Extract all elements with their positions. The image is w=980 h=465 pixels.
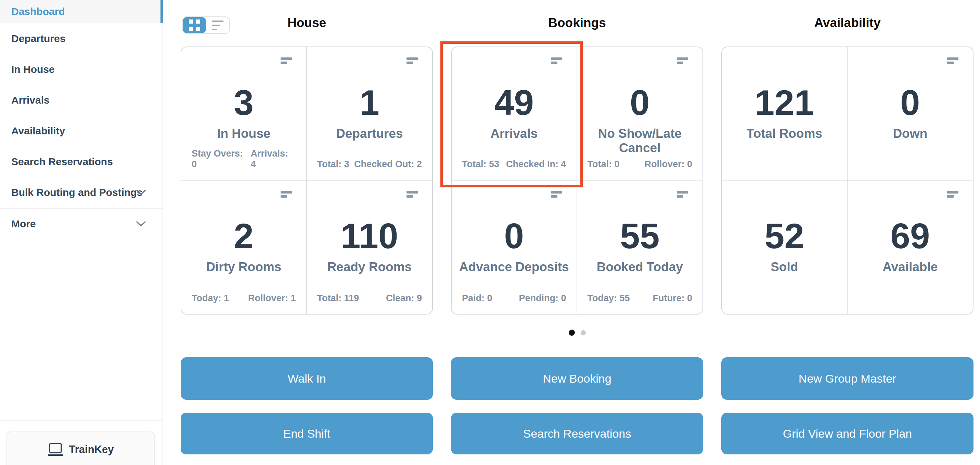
stat-tile-available[interactable]: 69 Available bbox=[848, 181, 973, 314]
tile-menu-icon[interactable] bbox=[281, 57, 292, 64]
sidebar-item-arrivals[interactable]: Arrivals bbox=[0, 85, 162, 116]
tile-menu-icon[interactable] bbox=[551, 57, 562, 64]
tile-stat-left: Today: 1 bbox=[192, 293, 229, 304]
tile-label: In House bbox=[217, 127, 270, 141]
walk-in-button[interactable]: Walk In bbox=[181, 357, 433, 400]
stat-tile-no-show-late-cancel[interactable]: 0 No Show/Late Cancel Total: 0 Rollover:… bbox=[577, 47, 703, 181]
trainkey-label: TrainKey bbox=[69, 443, 114, 460]
tile-stats: Stay Overs: 0 Arrivals: 4 bbox=[192, 148, 296, 170]
tile-menu-icon[interactable] bbox=[677, 57, 688, 64]
tile-stats: Today: 55 Future: 0 bbox=[587, 293, 692, 304]
tile-label: Available bbox=[883, 260, 937, 274]
tile-value: 0 bbox=[630, 85, 650, 121]
tile-menu-icon[interactable] bbox=[551, 191, 562, 198]
carousel-dot-active[interactable] bbox=[569, 330, 575, 336]
tile-label: Total Rooms bbox=[747, 127, 822, 141]
tile-value: 121 bbox=[754, 85, 814, 121]
tile-stats: Total: 0 Rollover: 0 bbox=[587, 159, 692, 170]
tile-label: Arrivals bbox=[490, 127, 538, 141]
sidebar-item-label: Search Reservations bbox=[11, 156, 113, 168]
tile-menu-icon[interactable] bbox=[407, 191, 418, 198]
tile-stat-right: Pending: 0 bbox=[519, 293, 566, 304]
tile-label: Down bbox=[893, 127, 927, 141]
stat-tile-in-house[interactable]: 3 In House Stay Overs: 0 Arrivals: 4 bbox=[181, 47, 307, 181]
sidebar-item-label: Bulk Routing and Postings bbox=[11, 187, 142, 198]
tile-stat-right: Arrivals: 4 bbox=[251, 148, 296, 170]
tile-value: 69 bbox=[890, 218, 930, 254]
tile-value: 55 bbox=[620, 218, 660, 254]
tile-stats: Total: 119 Clean: 9 bbox=[317, 293, 422, 304]
availability-section: 121 Total Rooms 0 Down 52 Sold 69 Availa… bbox=[721, 46, 974, 314]
stat-tile-ready-rooms[interactable]: 110 Ready Rooms Total: 119 Clean: 9 bbox=[307, 181, 433, 314]
new-group-master-button[interactable]: New Group Master bbox=[721, 357, 974, 400]
tile-stat-left: Total: 119 bbox=[317, 293, 359, 304]
tile-stat-right: Rollover: 0 bbox=[644, 159, 692, 170]
section-title-house: House bbox=[181, 16, 433, 30]
tile-value: 110 bbox=[341, 218, 398, 254]
tile-stat-right: Clean: 9 bbox=[386, 293, 422, 304]
stat-tile-arrivals[interactable]: 49 Arrivals Total: 53 Checked In: 4 bbox=[452, 47, 577, 181]
tile-stats: Total: 3 Checked Out: 2 bbox=[317, 159, 422, 170]
stat-tile-advance-deposits[interactable]: 0 Advance Deposits Paid: 0 Pending: 0 bbox=[452, 181, 577, 314]
tile-stat-left: Total: 53 bbox=[462, 159, 499, 170]
sidebar-item-more[interactable]: More bbox=[0, 209, 162, 239]
sidebar-item-in-house[interactable]: In House bbox=[0, 54, 162, 85]
chevron-down-icon bbox=[136, 221, 146, 227]
sidebar-item-search-reservations[interactable]: Search Reservations bbox=[0, 146, 162, 177]
sidebar-item-bulk-routing-and-postings[interactable]: Bulk Routing and Postings bbox=[0, 177, 162, 208]
tile-value: 2 bbox=[234, 218, 253, 254]
tile-stat-right: Rollover: 1 bbox=[248, 293, 296, 304]
sidebar-item-dashboard[interactable]: Dashboard bbox=[0, 0, 162, 23]
tile-menu-icon[interactable] bbox=[281, 191, 292, 198]
stat-tile-departures[interactable]: 1 Departures Total: 3 Checked Out: 2 bbox=[307, 47, 433, 181]
tile-menu-icon[interactable] bbox=[407, 57, 418, 64]
tile-menu-icon[interactable] bbox=[677, 191, 688, 198]
tile-value: 49 bbox=[494, 85, 534, 121]
tile-label: Dirty Rooms bbox=[206, 260, 281, 274]
tile-stats: Today: 1 Rollover: 1 bbox=[192, 293, 296, 304]
trainkey-button[interactable]: TrainKey bbox=[6, 432, 155, 465]
stat-tile-dirty-rooms[interactable]: 2 Dirty Rooms Today: 1 Rollover: 1 bbox=[181, 181, 307, 314]
tile-menu-icon[interactable] bbox=[947, 191, 958, 198]
stat-tile-sold[interactable]: 52 Sold bbox=[722, 181, 848, 314]
sidebar: Dashboard Departures In House Arrivals A… bbox=[0, 0, 163, 465]
bookings-section: 49 Arrivals Total: 53 Checked In: 4 0 No… bbox=[451, 46, 703, 314]
tile-label: Advance Deposits bbox=[459, 260, 569, 274]
tile-label: Departures bbox=[336, 127, 403, 141]
search-reservations-button[interactable]: Search Reservations bbox=[451, 413, 703, 454]
section-title-bookings: Bookings bbox=[451, 16, 703, 30]
sidebar-item-availability[interactable]: Availability bbox=[0, 116, 162, 146]
stat-tile-down[interactable]: 0 Down bbox=[848, 47, 973, 181]
active-indicator-bar bbox=[161, 0, 163, 23]
tile-value: 0 bbox=[504, 218, 524, 254]
stat-tile-booked-today[interactable]: 55 Booked Today Today: 55 Future: 0 bbox=[577, 181, 703, 314]
tile-stat-left: Total: 3 bbox=[317, 159, 349, 170]
sidebar-item-label: In House bbox=[11, 63, 55, 75]
tile-value: 0 bbox=[900, 85, 920, 121]
tile-value: 1 bbox=[360, 85, 379, 121]
sidebar-item-label: Arrivals bbox=[11, 94, 49, 106]
tile-stat-right: Future: 0 bbox=[652, 293, 692, 304]
section-title-availability: Availability bbox=[721, 16, 974, 30]
tile-stat-right: Checked In: 4 bbox=[506, 159, 566, 170]
tile-stat-left: Total: 0 bbox=[587, 159, 620, 170]
house-section: 3 In House Stay Overs: 0 Arrivals: 4 1 D… bbox=[181, 46, 433, 314]
sidebar-item-label: Departures bbox=[11, 33, 65, 44]
tile-label: Booked Today bbox=[597, 260, 683, 274]
new-booking-button[interactable]: New Booking bbox=[451, 357, 703, 400]
tile-stat-left: Paid: 0 bbox=[462, 293, 492, 304]
laptop-icon bbox=[47, 443, 64, 462]
sidebar-item-label: Availability bbox=[11, 125, 65, 137]
sidebar-item-departures[interactable]: Departures bbox=[0, 23, 162, 54]
tile-stat-left: Today: 55 bbox=[587, 293, 630, 304]
sidebar-item-label: Dashboard bbox=[11, 6, 65, 17]
tile-menu-icon[interactable] bbox=[947, 57, 958, 64]
tile-stats: Total: 53 Checked In: 4 bbox=[462, 159, 566, 170]
grid-view-and-floor-plan-button[interactable]: Grid View and Floor Plan bbox=[721, 413, 974, 454]
stat-tile-total-rooms[interactable]: 121 Total Rooms bbox=[722, 47, 848, 181]
tile-label: Sold bbox=[771, 260, 798, 274]
end-shift-button[interactable]: End Shift bbox=[181, 413, 433, 454]
carousel-dot-inactive[interactable] bbox=[581, 330, 586, 335]
tile-label: Ready Rooms bbox=[327, 260, 412, 274]
sidebar-footer-divider bbox=[0, 420, 163, 421]
